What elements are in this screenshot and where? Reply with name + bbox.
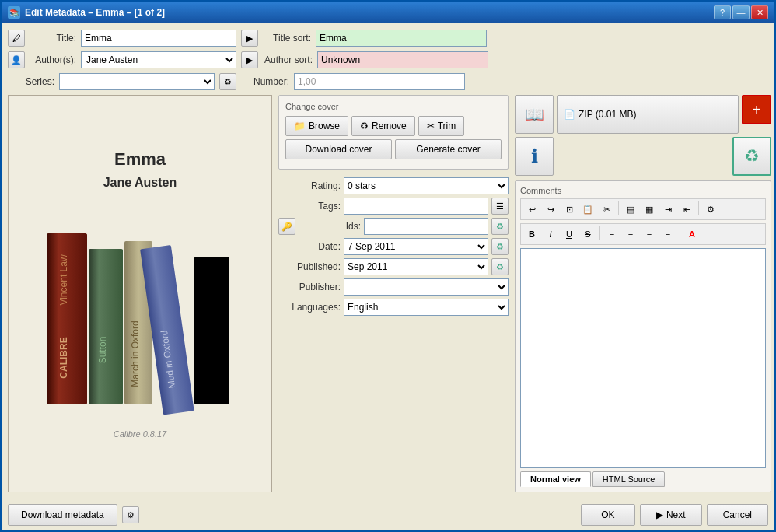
cover-buttons: 📁 Browse ♻ Remove ✂ Trim: [285, 116, 502, 136]
paste-btn[interactable]: 📋: [579, 201, 596, 217]
redo-btn[interactable]: ↪: [542, 201, 559, 217]
title-arrow-btn[interactable]: ▶: [241, 30, 258, 47]
author-sort-input[interactable]: [317, 51, 488, 68]
app-icon: 📚: [8, 6, 20, 19]
next-button[interactable]: ▶ Next: [640, 504, 702, 526]
align-center-btn[interactable]: ≡: [622, 226, 639, 242]
close-button[interactable]: ✕: [751, 5, 768, 19]
style2-btn[interactable]: ▦: [641, 201, 658, 217]
comments-panel: Comments ↩ ↪ ⊡ 📋 ✂ ▤ ▦ ⇥ ⇤ ⚙: [515, 180, 771, 492]
cover-buttons-2: Download cover Generate cover: [285, 139, 502, 159]
title-sort-group: Title sort:: [264, 30, 487, 47]
titlebar: 📚 Edit Metadata – Emma – [1 of 2] ? — ✕: [2, 2, 774, 23]
ids-input[interactable]: [364, 218, 488, 235]
cover-book-title: Emma: [114, 149, 166, 170]
trim-button[interactable]: ✂ Trim: [418, 116, 465, 136]
title-sort-input[interactable]: [316, 30, 487, 47]
tags-list-btn[interactable]: ☰: [491, 198, 509, 215]
indent-btn[interactable]: ⇥: [659, 201, 676, 217]
languages-row: Languages: English: [278, 299, 509, 316]
number-input[interactable]: [294, 73, 465, 90]
browse-button[interactable]: 📁 Browse: [285, 116, 348, 136]
view-tabs: Normal view HTML Source: [520, 471, 766, 487]
justify-btn[interactable]: ≡: [659, 226, 676, 242]
add-format-btn[interactable]: +: [742, 95, 771, 124]
cut-btn[interactable]: ✂: [598, 201, 615, 217]
right-side: 📖 📄 ZIP (0.01 MB) + ℹ: [515, 95, 771, 492]
strikethrough-btn[interactable]: S: [579, 226, 596, 242]
bottom-bar: Download metadata ⚙ OK ▶ Next Cancel: [2, 499, 774, 530]
sep4: [680, 226, 680, 240]
ok-button[interactable]: OK: [581, 504, 635, 526]
svg-rect-11: [194, 257, 229, 404]
rating-select[interactable]: 0 stars 1 star 2 stars 3 stars 4 stars 5…: [344, 177, 509, 194]
download-meta-settings-btn[interactable]: ⚙: [122, 506, 139, 523]
cover-book-author: Jane Austen: [103, 176, 177, 190]
series-refresh-btn[interactable]: ♻: [219, 73, 236, 90]
style1-btn[interactable]: ▤: [622, 201, 639, 217]
zip-format-btn[interactable]: 📄 ZIP (0.01 MB): [557, 95, 739, 134]
titlebar-controls: ? — ✕: [714, 5, 768, 19]
svg-rect-4: [89, 249, 123, 404]
comments-textarea[interactable]: [520, 248, 766, 468]
download-cover-button[interactable]: Download cover: [285, 139, 392, 159]
ids-refresh-btn[interactable]: ♻: [491, 218, 509, 235]
align-right-btn[interactable]: ≡: [641, 226, 658, 242]
source-view-tab[interactable]: HTML Source: [592, 471, 665, 487]
help-button[interactable]: ?: [714, 5, 731, 19]
generate-cover-button[interactable]: Generate cover: [395, 139, 502, 159]
ids-icon-btn[interactable]: 🔑: [278, 218, 295, 235]
languages-select[interactable]: English: [344, 299, 509, 316]
more-btn[interactable]: ⚙: [702, 201, 719, 217]
calibre-version: Calibre 0.8.17: [114, 429, 167, 439]
undo-btn[interactable]: ↩: [523, 201, 540, 217]
date-select[interactable]: 7 Sep 2011: [344, 238, 488, 255]
date-refresh-btn[interactable]: ♻: [491, 238, 509, 255]
sep1: [618, 201, 619, 215]
underline-btn[interactable]: U: [561, 226, 578, 242]
copy-btn[interactable]: ⊡: [561, 201, 578, 217]
format-row-2: ℹ ♻: [515, 137, 771, 176]
main-area: Emma Jane Austen: [8, 95, 768, 492]
remove-button[interactable]: ♻ Remove: [351, 116, 415, 136]
series-select[interactable]: [59, 73, 215, 90]
published-select[interactable]: Sep 2011: [344, 258, 488, 275]
authors-group: 👤 Author(s): Jane Austen ▶: [8, 51, 258, 68]
minimize-button[interactable]: —: [732, 5, 750, 19]
cancel-button[interactable]: Cancel: [707, 504, 768, 526]
format-panel: 📖 📄 ZIP (0.01 MB) + ℹ: [515, 95, 771, 176]
authors-select[interactable]: Jane Austen: [81, 51, 236, 68]
tags-label: Tags:: [278, 201, 341, 212]
bottom-left: Download metadata ⚙: [8, 504, 139, 526]
publisher-select[interactable]: [344, 278, 509, 296]
book-info-btn[interactable]: 📖: [515, 95, 554, 134]
recycle-btn[interactable]: ♻: [732, 137, 771, 176]
metadata-info-btn[interactable]: ℹ: [515, 137, 554, 176]
title-input[interactable]: [81, 30, 236, 47]
authors-icon-btn[interactable]: 👤: [8, 51, 25, 68]
published-refresh-btn[interactable]: ♻: [491, 258, 509, 275]
color-btn[interactable]: A: [683, 226, 701, 242]
authors-arrow-btn[interactable]: ▶: [241, 51, 258, 68]
next-arrow-icon: ▶: [656, 509, 663, 520]
languages-label: Languages:: [278, 302, 341, 313]
rating-row: Rating: 0 stars 1 star 2 stars 3 stars 4…: [278, 177, 509, 194]
number-label: Number:: [243, 76, 289, 87]
italic-btn[interactable]: I: [542, 226, 559, 242]
outdent-btn[interactable]: ⇤: [678, 201, 695, 217]
bold-btn[interactable]: B: [523, 226, 540, 242]
svg-text:Sutton: Sutton: [97, 336, 108, 363]
align-left-btn[interactable]: ≡: [603, 226, 620, 242]
browse-icon: 📁: [294, 121, 306, 131]
date-row: Date: 7 Sep 2011 ♻: [278, 238, 509, 255]
top-fields: 🖊 Title: ▶ Title sort:: [8, 30, 768, 47]
ids-label: Ids:: [299, 221, 361, 232]
comments-toolbar-2: B I U S ≡ ≡ ≡ ≡ A: [520, 223, 766, 245]
title-icon-btn[interactable]: 🖊: [8, 30, 25, 47]
author-sort-label: Author sort:: [264, 54, 313, 65]
zip-label: ZIP (0.01 MB): [579, 109, 636, 120]
download-metadata-btn[interactable]: Download metadata: [8, 504, 117, 526]
author-fields: 👤 Author(s): Jane Austen ▶ Author sort:: [8, 51, 768, 68]
normal-view-tab[interactable]: Normal view: [520, 471, 591, 487]
tags-input[interactable]: [344, 198, 488, 215]
